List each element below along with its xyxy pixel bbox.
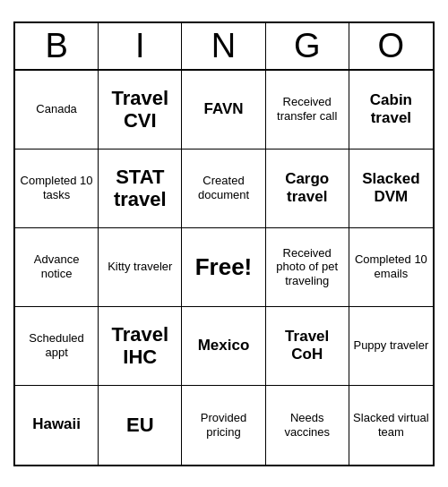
bingo-cell: Hawaii — [15, 386, 99, 465]
bingo-header: BINGO — [15, 23, 433, 71]
bingo-cell: Slacked DVM — [349, 150, 433, 228]
cell-label: Kitty traveler — [108, 260, 172, 274]
bingo-cell: Mexico — [182, 307, 265, 386]
cell-label: Scheduled appt — [19, 331, 94, 359]
bingo-grid: CanadaTravel CVIFAVNReceived transfer ca… — [15, 71, 433, 465]
bingo-header-letter: G — [266, 23, 349, 69]
bingo-cell: Scheduled appt — [15, 307, 99, 386]
cell-label: Received transfer call — [270, 95, 345, 123]
bingo-cell: Received photo of pet traveling — [266, 228, 349, 307]
bingo-cell: Travel IHC — [99, 307, 182, 386]
cell-label: EU — [126, 414, 154, 436]
bingo-cell: Kitty traveler — [99, 228, 182, 307]
cell-label: Cabin travel — [353, 91, 429, 128]
cell-label: Travel CoH — [270, 328, 345, 364]
bingo-cell: Needs vaccines — [266, 386, 349, 465]
cell-label: Cargo travel — [270, 170, 345, 207]
bingo-header-letter: N — [182, 23, 265, 69]
bingo-cell: Completed 10 tasks — [15, 150, 99, 228]
bingo-cell: Advance notice — [15, 228, 99, 307]
cell-label: Hawaii — [32, 415, 81, 433]
bingo-cell: FAVN — [182, 71, 265, 150]
cell-label: Slacked DVM — [353, 170, 429, 207]
cell-label: Free! — [195, 253, 253, 281]
bingo-cell: Puppy traveler — [349, 307, 433, 386]
bingo-cell: Cargo travel — [266, 150, 349, 228]
cell-label: Provided pricing — [185, 411, 261, 439]
cell-label: Travel CVI — [102, 87, 177, 132]
bingo-header-letter: B — [15, 23, 99, 69]
cell-label: Created document — [185, 174, 261, 201]
bingo-cell: Travel CVI — [99, 71, 182, 150]
cell-label: Travel IHC — [102, 323, 177, 369]
bingo-cell: Canada — [15, 71, 99, 150]
bingo-cell: Free! — [182, 228, 265, 307]
bingo-card: BINGO CanadaTravel CVIFAVNReceived trans… — [13, 21, 435, 466]
bingo-cell: Completed 10 emails — [349, 228, 433, 307]
cell-label: Slacked virtual team — [353, 411, 429, 439]
cell-label: Completed 10 emails — [353, 252, 429, 280]
cell-label: Puppy traveler — [353, 338, 428, 353]
cell-label: Needs vaccines — [270, 411, 345, 439]
cell-label: Canada — [36, 102, 77, 116]
cell-label: Completed 10 tasks — [19, 174, 94, 201]
bingo-cell: Slacked virtual team — [349, 386, 433, 465]
cell-label: STAT travel — [102, 166, 177, 211]
bingo-cell: STAT travel — [99, 150, 182, 228]
bingo-cell: Provided pricing — [182, 386, 265, 465]
bingo-header-letter: O — [349, 23, 433, 69]
cell-label: Received photo of pet traveling — [270, 246, 345, 288]
bingo-cell: Created document — [182, 150, 265, 228]
bingo-cell: Received transfer call — [266, 71, 349, 150]
cell-label: Advance notice — [19, 252, 94, 280]
bingo-cell: Travel CoH — [266, 307, 349, 386]
cell-label: FAVN — [203, 100, 243, 118]
bingo-header-letter: I — [99, 23, 182, 69]
bingo-cell: Cabin travel — [349, 71, 433, 150]
cell-label: Mexico — [198, 337, 250, 355]
bingo-cell: EU — [99, 386, 182, 465]
